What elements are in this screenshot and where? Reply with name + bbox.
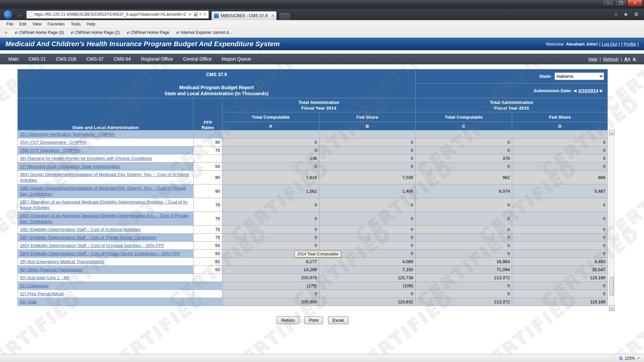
row-label-link[interactable]: 25) Citizenship Verification Technology … <box>20 132 115 137</box>
row-label-link[interactable]: 26) Planning for Health Homes for Enroll… <box>20 156 152 161</box>
row-label-link[interactable]: 28H) Eligibility Determination Staff – C… <box>20 251 180 256</box>
report-title: Medicaid Program Budget Report <box>18 85 415 90</box>
row-label-cell: 26) Planning for Health Homes for Enroll… <box>18 155 194 163</box>
amount-cell-a: 0 <box>222 234 319 242</box>
report-table-body: 25) Citizenship Verification Technology … <box>18 130 608 306</box>
window-controls: – ❐ × <box>602 0 643 9</box>
table-scrollbar[interactable]: ▲ ▼ <box>609 130 614 311</box>
previous-date-arrow-icon[interactable]: ◀ <box>574 88 576 93</box>
row-label-link[interactable]: 28G) Eligibility Determination Staff – C… <box>20 243 164 248</box>
menu-edit[interactable]: Edit <box>16 21 30 27</box>
row-label-link[interactable]: 28A) Design Development/Installation of … <box>20 172 189 183</box>
scroll-up-button[interactable]: ▲ <box>609 130 614 135</box>
row-label-link[interactable]: 28C) Operation of an Approved Medicaid E… <box>20 199 188 210</box>
home-icon[interactable]: ⌂ <box>614 11 618 17</box>
favorite-label: Internet Explorer cannot d... <box>180 30 232 35</box>
favorite-link-4[interactable]: e Internet Explorer cannot d... <box>173 29 235 36</box>
font-increase-link[interactable]: A+ <box>624 56 630 62</box>
tools-gear-icon[interactable]: ⚙ <box>634 11 639 17</box>
row-label-link[interactable]: 49) Other Financial Participation <box>20 267 82 272</box>
row-label-link[interactable]: 25A) CVT Development - CHIPRA <box>20 140 86 145</box>
state-selector-row: State: Alabama <box>416 69 607 83</box>
row-label-cell: 53) Total <box>18 298 194 306</box>
next-date-arrow-icon[interactable]: ▶ <box>600 88 603 93</box>
stop-icon[interactable]: × <box>199 12 202 17</box>
row-label-link[interactable]: 53) Total <box>20 299 37 304</box>
column-header-ffp-rates: FFPRates <box>194 98 222 130</box>
favorites-add-icon[interactable]: ★ <box>4 30 8 35</box>
separator: | <box>621 57 622 62</box>
favorite-link-3[interactable]: e CMSnet Home Page <box>123 29 172 36</box>
url-text[interactable]: https://65.220.21.9/MBESCBES/CMS37/CMS37… <box>34 12 186 17</box>
menu-favorites[interactable]: Favorites <box>45 21 68 27</box>
favorites-star-icon[interactable]: ★ <box>624 11 628 17</box>
nav-cms37[interactable]: CMS-37 <box>81 54 108 64</box>
row-label-link[interactable]: 52) Prior Period Adjust <box>20 291 63 296</box>
font-decrease-link[interactable]: A- <box>633 57 637 61</box>
amount-cell-d: 0 <box>512 282 608 290</box>
zoom-level[interactable]: 125% <box>625 356 635 361</box>
table-row: 52) Prior Period Adjust0000 <box>18 290 608 298</box>
ffp-rate-cell <box>194 274 222 282</box>
bracket: ] <box>637 42 639 47</box>
nav-central-office[interactable]: Central Office <box>178 54 217 64</box>
row-label-link[interactable]: 27) Recovery Audit Contractors State Adm… <box>20 164 120 169</box>
row-label-link[interactable]: 28E) Eligibility Determination Staff – C… <box>20 227 141 232</box>
return-button[interactable]: Return <box>276 316 300 324</box>
row-label-link[interactable]: 51) Collections <box>20 283 49 288</box>
menu-help[interactable]: Help <box>84 21 98 27</box>
row-label-cell: 50) Sub-total (Line 1 - 49) <box>18 274 194 282</box>
browser-window: – ❐ × ← → https://65.220.21.9/MBESCBES/C… <box>0 0 644 362</box>
nav-cms21b[interactable]: CMS-21B <box>51 54 82 64</box>
maximize-button[interactable]: ❐ <box>615 0 627 6</box>
browser-tab[interactable]: MBES/CBES - CMS 37.9 × <box>211 11 277 20</box>
row-label-link[interactable]: 28D) Operation of an Approved Medicaid E… <box>20 213 189 224</box>
tab-close-icon[interactable]: × <box>272 13 274 18</box>
ffp-rate-cell: 75 <box>194 198 222 212</box>
page-icon <box>29 12 32 17</box>
minimize-button[interactable]: – <box>602 0 614 6</box>
amount-cell-a: 0 <box>222 198 319 212</box>
zoom-caret-icon[interactable]: ▼ <box>637 357 640 360</box>
nav-regional-office[interactable]: Regional Office <box>136 54 178 64</box>
logout-link[interactable]: Log Out <box>602 42 617 47</box>
nav-report-queue[interactable]: Report Queue <box>217 54 256 64</box>
scroll-down-button[interactable]: ▼ <box>609 305 614 311</box>
amount-cell-c: 378 <box>416 155 512 163</box>
maximize-icon: ❐ <box>619 1 623 5</box>
address-bar[interactable]: https://65.220.21.9/MBESCBES/CMS37/CMS37… <box>26 10 209 19</box>
forward-button[interactable]: → <box>15 10 24 19</box>
row-label-link[interactable]: 29) Non-Emergency Medical Transportation <box>20 259 104 264</box>
autocomplete-caret-icon[interactable]: ▼ <box>188 12 192 16</box>
favorite-link-2[interactable]: e CMSnet Home Page (2) <box>67 29 123 36</box>
nav-cms64[interactable]: CMS-64 <box>109 54 136 64</box>
close-button[interactable]: × <box>627 0 643 6</box>
amount-cell-a: 0 <box>222 138 319 146</box>
state-select[interactable]: Alabama <box>554 72 604 80</box>
menu-bar: File Edit View Favorites Tools Help <box>0 20 644 28</box>
scrollbar-thumb[interactable] <box>609 277 614 296</box>
nav-cms21[interactable]: CMS-21 <box>23 54 51 64</box>
row-label-link[interactable]: 28F) Eligibility Determination Staff – C… <box>20 235 156 240</box>
menu-file[interactable]: File <box>3 21 16 27</box>
row-label-link[interactable]: 25B) CVT Operation - CHIPRA <box>20 148 79 153</box>
zoom-control[interactable]: 125% ▼ <box>614 356 644 361</box>
new-tab-button[interactable] <box>279 12 290 20</box>
submission-date-value[interactable]: 2/15/2014 <box>578 88 598 93</box>
row-label-link[interactable]: 50) Sub-total (Line 1 - 49) <box>20 275 69 280</box>
profile-link[interactable]: Profile <box>624 42 636 47</box>
back-button[interactable]: ← <box>3 10 12 19</box>
row-label-cell: 51) Collections <box>18 282 194 290</box>
print-button[interactable]: Print <box>304 316 323 324</box>
row-label-link[interactable]: 28B) Design Development/Installation of … <box>20 186 186 196</box>
menu-view[interactable]: View <box>30 21 45 27</box>
favorite-link-1[interactable]: e CMSnet Home Page (3) <box>12 29 67 36</box>
refresh-icon[interactable]: ↻ <box>204 12 207 17</box>
menu-tools[interactable]: Tools <box>68 21 84 27</box>
nav-main[interactable]: Main <box>3 54 23 64</box>
excel-button[interactable]: Excel <box>328 316 348 324</box>
amount-cell-d: 0 <box>512 138 608 146</box>
help-link[interactable]: Help <box>588 57 597 62</box>
refresh-link[interactable]: Refresh <box>603 57 619 62</box>
column-letter-c: C <box>416 122 512 130</box>
